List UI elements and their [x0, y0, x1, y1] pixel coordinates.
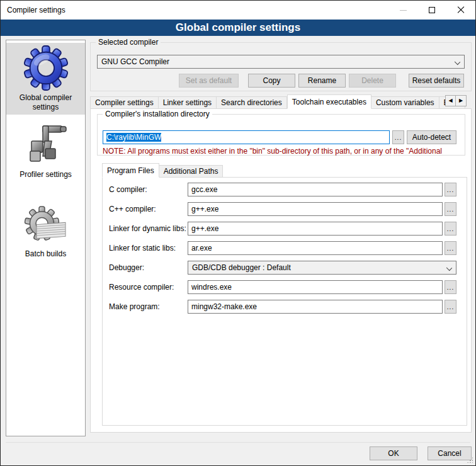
c-compiler-label: C compiler: [109, 183, 147, 196]
reset-defaults-button[interactable]: Reset defaults [409, 74, 464, 88]
set-as-default-button[interactable]: Set as default [179, 74, 239, 88]
close-icon [457, 6, 465, 14]
maximize-button[interactable] [417, 1, 446, 20]
make-program-value: mingw32-make.exe [191, 302, 257, 311]
settings-category-list: Global compiler settings [6, 40, 86, 436]
make-program-label: Make program: [109, 300, 160, 314]
sidebar-item-label: Global compiler settings [14, 93, 77, 112]
linker-dynamic-browse-button[interactable]: ... [445, 222, 456, 236]
sidebar-item-label: Profiler settings [11, 170, 81, 179]
linker-dynamic-label: Linker for dynamic libs: [109, 222, 186, 236]
resource-compiler-browse-button[interactable]: ... [445, 280, 456, 294]
chevron-down-icon [455, 59, 460, 65]
c-compiler-input[interactable]: gcc.exe [188, 183, 443, 196]
installation-directory-group-title: Compiler's installation directory [103, 110, 212, 119]
cancel-button[interactable]: Cancel [428, 446, 472, 460]
tab-scroll-left-button[interactable]: ◀ [445, 95, 456, 106]
compiler-settings-tabstrip: Compiler settings Linker settings Search… [90, 94, 472, 109]
c-compiler-browse-button[interactable]: ... [445, 183, 456, 196]
tab-program-files[interactable]: Program Files [102, 163, 159, 178]
selected-compiler-dropdown[interactable]: GNU GCC Compiler [97, 55, 465, 69]
blue-gear-icon [23, 45, 69, 91]
dialog-banner: Global compiler settings [1, 20, 475, 36]
debugger-dropdown[interactable]: GDB/CDB debugger : Default [188, 261, 456, 275]
sidebar-item-profiler-settings[interactable]: Profiler settings [6, 121, 85, 184]
ok-button[interactable]: OK [370, 446, 417, 460]
installation-directory-input[interactable]: C:\raylib\MinGW [103, 130, 390, 144]
auto-detect-button[interactable]: Auto-detect [407, 130, 456, 144]
installation-directory-group: Compiler's installation directory C:\ray… [97, 114, 465, 156]
debugger-value: GDB/CDB debugger : Default [192, 263, 291, 272]
linker-dynamic-value: g++.exe [191, 224, 218, 233]
tab-toolchain-executables[interactable]: Toolchain executables [287, 94, 371, 109]
program-files-page: C compiler: gcc.exe ... C++ compiler: g+… [102, 177, 467, 426]
c-compiler-value: gcc.exe [191, 185, 217, 194]
tab-custom-variables[interactable]: Custom variables [371, 96, 439, 109]
resource-compiler-value: windres.exe [191, 283, 232, 292]
tab-linker-settings[interactable]: Linker settings [159, 96, 217, 109]
installation-directory-value: C:\raylib\MinGW [106, 133, 161, 142]
selected-compiler-group-title: Selected compiler [96, 38, 161, 47]
toolchain-executables-page: Compiler's installation directory C:\ray… [90, 108, 472, 433]
title-bar: Compiler settings [1, 1, 475, 20]
cpp-compiler-browse-button[interactable]: ... [445, 202, 456, 216]
chevron-down-icon [446, 265, 452, 271]
window-title: Compiler settings [7, 1, 65, 20]
cpp-compiler-value: g++.exe [191, 205, 218, 213]
minimize-button[interactable] [388, 1, 417, 20]
linker-static-value: ar.exe [191, 244, 212, 253]
sidebar-item-batch-builds[interactable]: Batch builds [6, 200, 85, 263]
sidebar-item-global-compiler-settings[interactable]: Global compiler settings [6, 43, 85, 115]
resource-compiler-input[interactable]: windres.exe [188, 280, 443, 294]
selected-compiler-value: GNU GCC Compiler [101, 57, 169, 66]
make-program-input[interactable]: mingw32-make.exe [188, 300, 443, 314]
caliper-icon [24, 123, 68, 168]
bin-subdirectory-note: NOTE: All programs must exist either in … [103, 147, 463, 156]
gray-gear-stack-icon [24, 203, 68, 247]
tab-scroll-right-button[interactable]: ▶ [456, 95, 467, 106]
selected-compiler-group: Selected compiler GNU GCC Compiler Set a… [90, 42, 472, 91]
delete-button[interactable]: Delete [349, 74, 396, 88]
footer-divider [6, 442, 470, 443]
linker-static-input[interactable]: ar.exe [188, 241, 443, 255]
program-files-tabstrip: Program Files Additional Paths [102, 163, 467, 178]
sidebar-item-label: Batch builds [11, 249, 81, 259]
linker-static-label: Linker for static libs: [109, 241, 176, 255]
minimize-icon [400, 10, 407, 11]
linker-static-browse-button[interactable]: ... [445, 241, 456, 255]
maximize-icon [429, 7, 435, 13]
close-button[interactable] [446, 1, 475, 20]
cpp-compiler-input[interactable]: g++.exe [188, 202, 443, 216]
make-program-browse-button[interactable]: ... [445, 300, 456, 314]
tab-additional-paths[interactable]: Additional Paths [159, 165, 224, 178]
rename-button[interactable]: Rename [298, 74, 346, 88]
tab-search-directories[interactable]: Search directories [217, 96, 287, 109]
cpp-compiler-label: C++ compiler: [109, 202, 156, 216]
linker-dynamic-input[interactable]: g++.exe [188, 222, 443, 236]
debugger-label: Debugger: [109, 261, 144, 275]
installation-directory-browse-button[interactable]: ... [392, 130, 404, 144]
copy-button[interactable]: Copy [248, 74, 295, 88]
tab-compiler-settings[interactable]: Compiler settings [90, 96, 159, 109]
compiler-settings-dialog: Compiler settings Global compiler settin… [0, 0, 476, 466]
resource-compiler-label: Resource compiler: [109, 280, 174, 294]
